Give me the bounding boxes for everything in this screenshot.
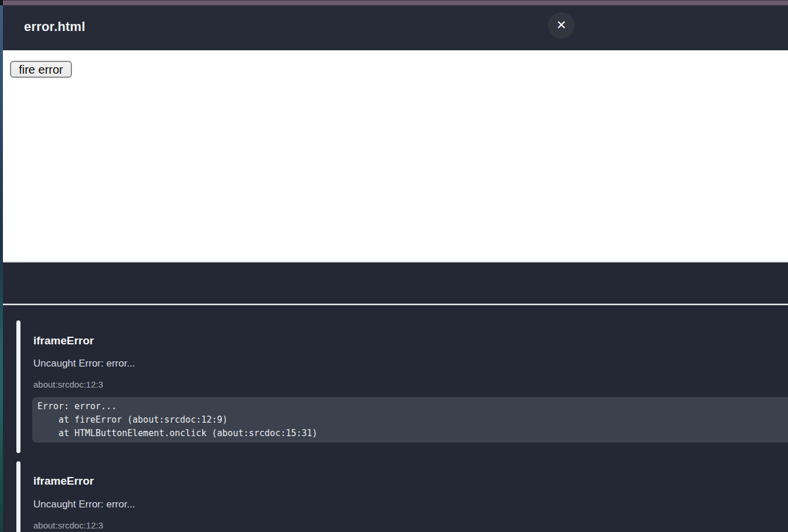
error-source: about:srcdoc:12:3 [33, 520, 103, 531]
close-button[interactable]: ✕ [548, 12, 574, 39]
error-source: about:srcdoc:12:3 [33, 379, 103, 390]
console-divider [3, 303, 788, 305]
stack-line: at fireError (about:srcdoc:12:9) [37, 413, 788, 427]
entry-accent-bar [16, 320, 20, 453]
close-icon: ✕ [556, 19, 567, 32]
stack-line: Error: error... [37, 400, 788, 413]
screen-corner [0, 0, 3, 5]
stack-line: at HTMLButtonElement.onclick (about:srcd… [37, 427, 788, 440]
overlay-header [3, 5, 788, 50]
page-title: error.html [24, 19, 85, 34]
error-message: Uncaught Error: error... [33, 358, 135, 369]
iframe-preview [3, 50, 788, 262]
error-message: Uncaught Error: error... [33, 499, 135, 510]
fire-error-button[interactable]: fire error [10, 61, 72, 78]
error-stack-trace: Error: error... at fireError (about:srcd… [32, 397, 788, 443]
error-name: iframeError [33, 475, 94, 488]
menubar-strip [0, 0, 788, 5]
entry-accent-bar [16, 461, 20, 532]
error-name: iframeError [33, 334, 94, 347]
